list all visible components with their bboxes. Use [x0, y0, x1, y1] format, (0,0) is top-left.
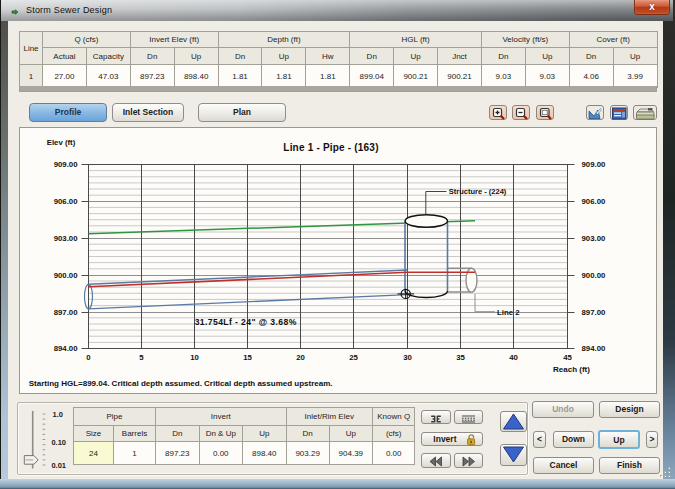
svg-text:894.00: 894.00 — [54, 344, 79, 353]
svg-text:15: 15 — [243, 353, 252, 362]
svg-text:897.00: 897.00 — [582, 308, 607, 317]
svg-text:906.00: 906.00 — [582, 197, 607, 206]
svg-text:900.00: 900.00 — [54, 271, 79, 280]
svg-text:Reach (ft): Reach (ft) — [553, 365, 590, 374]
svg-text:903.00: 903.00 — [54, 234, 79, 243]
svg-text:31.754Lf - 24" @ 3.68%: 31.754Lf - 24" @ 3.68% — [195, 317, 297, 327]
svg-text:909.00: 909.00 — [54, 160, 79, 169]
svg-text:Structure - (224): Structure - (224) — [449, 187, 507, 196]
svg-text:909.00: 909.00 — [582, 160, 607, 169]
svg-text:Starting HGL=899.04. Critical: Starting HGL=899.04. Critical depth assu… — [29, 379, 333, 388]
svg-text:25: 25 — [349, 353, 358, 362]
svg-text:900.00: 900.00 — [582, 271, 607, 280]
svg-text:30: 30 — [403, 353, 412, 362]
svg-text:Line 2: Line 2 — [497, 308, 520, 317]
svg-text:897.00: 897.00 — [54, 308, 79, 317]
svg-text:894.00: 894.00 — [582, 344, 607, 353]
svg-text:20: 20 — [296, 353, 305, 362]
svg-text:35: 35 — [456, 353, 465, 362]
svg-text:903.00: 903.00 — [582, 234, 607, 243]
svg-text:10: 10 — [190, 353, 199, 362]
svg-text:Elev (ft): Elev (ft) — [47, 138, 76, 147]
svg-text:40: 40 — [509, 353, 518, 362]
svg-text:5: 5 — [139, 353, 144, 362]
svg-text:45: 45 — [563, 353, 572, 362]
svg-text:Line 1 - Pipe - (163): Line 1 - Pipe - (163) — [283, 142, 378, 153]
svg-text:0: 0 — [86, 353, 91, 362]
svg-text:906.00: 906.00 — [54, 197, 79, 206]
